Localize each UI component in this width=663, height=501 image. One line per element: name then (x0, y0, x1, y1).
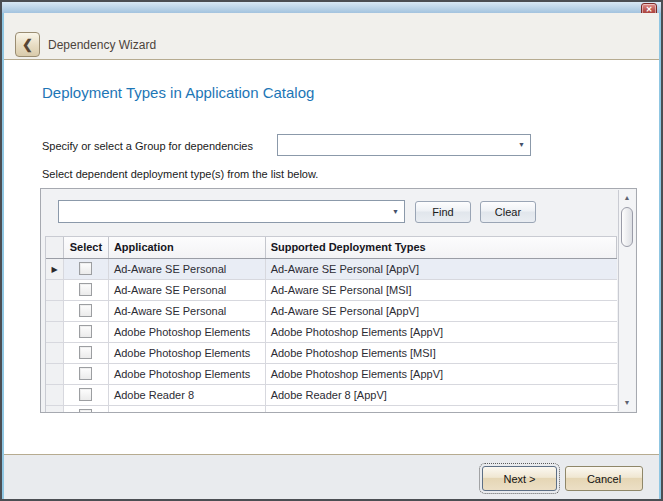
column-header-deployment-types[interactable]: Supported Deployment Types (266, 237, 617, 258)
application-cell: Ad-Aware SE Personal (109, 301, 266, 321)
row-checkbox[interactable] (79, 262, 92, 275)
row-checkbox[interactable] (79, 304, 92, 317)
select-cell (64, 322, 109, 342)
deployment-type-cell: Adobe Reader 8 [AppV] (266, 385, 617, 405)
row-checkbox[interactable] (79, 346, 92, 359)
application-cell: Ad-Aware SE Personal (109, 280, 266, 300)
deployment-type-cell: Adobe Photoshop Elements [AppV] (266, 364, 617, 384)
row-selector-cell (46, 406, 64, 413)
application-cell: Adobe Photoshop Elements (109, 322, 266, 342)
deployment-type-cell: Ad-Aware SE Personal [AppV] (266, 259, 617, 279)
row-checkbox[interactable] (79, 283, 92, 296)
grid-body: ▶Ad-Aware SE PersonalAd-Aware SE Persona… (46, 259, 617, 413)
wizard-header: ❮ Dependency Wizard (4, 13, 659, 60)
group-combobox[interactable]: ▼ (277, 134, 531, 156)
column-header-application[interactable]: Application (109, 237, 266, 258)
triangle-up-icon: ▲ (624, 194, 631, 201)
triangle-down-icon: ▼ (624, 399, 631, 406)
application-cell: Adobe Reader 8 (109, 385, 266, 405)
application-cell: Ad-Aware SE Personal (109, 259, 266, 279)
list-label: Select dependent deployment type(s) from… (42, 168, 318, 180)
row-checkbox[interactable] (79, 367, 92, 380)
grid-header-row: Select Application Supported Deployment … (46, 237, 617, 259)
deployment-type-cell: Adobe Photoshop Elements [MSI] (266, 343, 617, 363)
select-cell (64, 280, 109, 300)
table-row[interactable]: Ad-Aware SE PersonalAd-Aware SE Personal… (46, 301, 617, 322)
deployment-type-cell: Ad-Aware SE Personal [AppV] (266, 301, 617, 321)
row-selector-cell (46, 385, 64, 405)
row-checkbox[interactable] (79, 388, 92, 401)
cancel-button[interactable]: Cancel (565, 466, 643, 491)
select-cell (64, 406, 109, 413)
row-checkbox[interactable] (79, 409, 92, 413)
row-selector-cell (46, 280, 64, 300)
application-cell: Adobe Photoshop Elements (109, 364, 266, 384)
window-title: Dependency Wizard (48, 38, 156, 52)
row-selector-cell (46, 322, 64, 342)
title-bar[interactable] (2, 2, 661, 13)
select-cell (64, 259, 109, 279)
row-selector-cell (46, 301, 64, 321)
table-row[interactable]: AimKeysAimKeys [AppV] (46, 406, 617, 413)
deployment-type-cell: Ad-Aware SE Personal [MSI] (266, 280, 617, 300)
row-checkbox[interactable] (79, 325, 92, 338)
select-cell (64, 301, 109, 321)
vertical-scrollbar[interactable]: ▲ ▼ (618, 190, 635, 411)
clear-button[interactable]: Clear (480, 201, 536, 223)
table-row[interactable]: Adobe Photoshop ElementsAdobe Photoshop … (46, 322, 617, 343)
table-row[interactable]: Ad-Aware SE PersonalAd-Aware SE Personal… (46, 280, 617, 301)
back-button[interactable]: ❮ (15, 32, 40, 57)
deployment-type-cell: Adobe Photoshop Elements [AppV] (266, 322, 617, 342)
select-cell (64, 385, 109, 405)
next-button[interactable]: Next > (482, 466, 557, 491)
table-row[interactable]: ▶Ad-Aware SE PersonalAd-Aware SE Persona… (46, 259, 617, 280)
table-row[interactable]: Adobe Reader 8Adobe Reader 8 [AppV] (46, 385, 617, 406)
scroll-down-button[interactable]: ▼ (619, 395, 635, 411)
dependency-wizard-window: ✕ ❮ Dependency Wizard Deployment Types i… (0, 0, 663, 501)
group-label: Specify or select a Group for dependenci… (42, 140, 253, 152)
scrollbar-thumb[interactable] (621, 207, 633, 247)
select-cell (64, 364, 109, 384)
find-button[interactable]: Find (415, 201, 471, 223)
table-row[interactable]: Adobe Photoshop ElementsAdobe Photoshop … (46, 343, 617, 364)
current-row-icon: ▶ (46, 259, 63, 279)
select-cell (64, 343, 109, 363)
chevron-down-icon[interactable]: ▼ (392, 208, 399, 215)
scroll-up-button[interactable]: ▲ (619, 190, 635, 206)
deployment-list-panel: ▼ Find Clear Select Application Supporte… (40, 188, 637, 413)
deployment-grid: Select Application Supported Deployment … (45, 236, 617, 413)
row-selector-header (46, 237, 64, 258)
back-icon: ❮ (22, 37, 33, 52)
filter-combobox[interactable]: ▼ (58, 200, 405, 223)
row-selector-cell: ▶ (46, 259, 64, 279)
client-area: ❮ Dependency Wizard Deployment Types in … (4, 13, 659, 499)
chevron-down-icon[interactable]: ▼ (518, 141, 525, 148)
row-selector-cell (46, 343, 64, 363)
application-cell: Adobe Photoshop Elements (109, 343, 266, 363)
deployment-type-cell: AimKeys [AppV] (266, 406, 617, 413)
column-header-select[interactable]: Select (64, 237, 109, 258)
page-title: Deployment Types in Application Catalog (42, 84, 314, 101)
application-cell: AimKeys (109, 406, 266, 413)
row-selector-cell (46, 364, 64, 384)
table-row[interactable]: Adobe Photoshop ElementsAdobe Photoshop … (46, 364, 617, 385)
footer-bar: Next > Cancel (4, 454, 659, 499)
